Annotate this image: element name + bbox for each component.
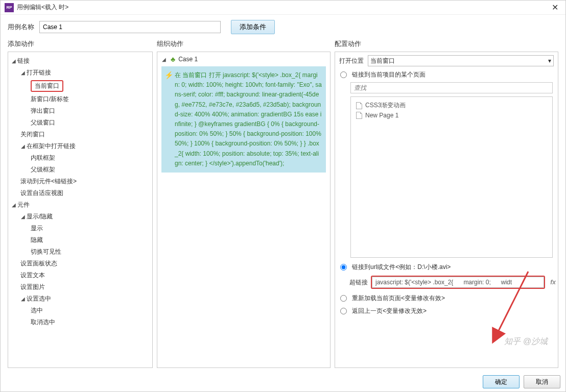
close-icon[interactable]: ✕: [549, 3, 561, 12]
add-action-column: 添加动作 ◢链接 ◢打开链接 当前窗口 新窗口/新标签 弹出窗口 父级窗口 关闭…: [8, 39, 153, 368]
url-label: 超链接: [349, 278, 368, 287]
radio-link-url-input[interactable]: [340, 264, 347, 271]
radio-link-to-url[interactable]: 链接到url或文件<例如：D:\小楼.avi>: [335, 261, 558, 274]
case-header[interactable]: ◢ ♣ Case 1: [157, 52, 330, 66]
pages-list: CSS3渐变动画 New Page 1: [350, 96, 553, 258]
radio-link-page-input[interactable]: [340, 71, 347, 78]
tree-set-selected[interactable]: ◢设置选中: [10, 293, 150, 305]
organize-action-title: 组织动作: [157, 39, 331, 48]
radio-back-page[interactable]: 返回上一页<变量修改无效>: [335, 305, 558, 317]
tree-toggle-vis[interactable]: 切换可见性: [10, 246, 150, 258]
tree-widgets[interactable]: ◢元件: [10, 199, 150, 211]
tree-selected[interactable]: 选中: [10, 305, 150, 316]
tree-inline-frame[interactable]: 内联框架: [10, 152, 150, 164]
highlight-box: 当前窗口: [31, 80, 63, 92]
tree-hide[interactable]: 隐藏: [10, 234, 150, 246]
columns: 添加动作 ◢链接 ◢打开链接 当前窗口 新窗口/新标签 弹出窗口 父级窗口 关闭…: [1, 39, 565, 372]
case-icon: ♣: [171, 55, 175, 63]
dialog-window: RP 用例编辑<载入 时> ✕ 用例名称 添加条件 添加动作 ◢链接 ◢打开链接…: [0, 0, 566, 392]
url-input-highlight: [371, 276, 545, 289]
open-location-select[interactable]: 当前窗口 ▾: [368, 55, 554, 66]
page-icon: [356, 112, 362, 119]
radio-reload-input[interactable]: [340, 295, 347, 302]
tree-show[interactable]: 显示: [10, 223, 150, 234]
config-panel: 打开位置 当前窗口 ▾ 链接到当前项目的某个页面 CSS3渐变动画: [335, 52, 558, 368]
action-description: 在 当前窗口 打开 javascript: $('<style> .box_2{…: [175, 71, 322, 167]
tree-adaptive-view[interactable]: 设置自适应视图: [10, 187, 150, 199]
fx-button[interactable]: fx: [549, 279, 557, 286]
hyperlink-input[interactable]: [372, 277, 544, 288]
case-name-input[interactable]: [39, 21, 221, 33]
add-condition-button[interactable]: 添加条件: [231, 20, 275, 34]
dialog-footer: 确定 取消: [1, 372, 565, 391]
tree-set-image[interactable]: 设置图片: [10, 281, 150, 293]
config-action-title: 配置动作: [335, 39, 558, 48]
tree-popup-window[interactable]: 弹出窗口: [10, 105, 150, 117]
tree-new-window[interactable]: 新窗口/新标签: [10, 93, 150, 105]
pages-sub-panel: CSS3渐变动画 New Page 1: [350, 82, 553, 258]
case-name-label: 用例名称: [8, 22, 34, 32]
tree-close-window[interactable]: 关闭窗口: [10, 129, 150, 140]
case-name-text: Case 1: [178, 56, 198, 63]
tree-links[interactable]: ◢链接: [10, 55, 150, 67]
action-tree: ◢链接 ◢打开链接 当前窗口 新窗口/新标签 弹出窗口 父级窗口 关闭窗口 ◢在…: [8, 52, 152, 331]
action-item[interactable]: ⚡ 在 当前窗口 打开 javascript: $('<style> .box_…: [161, 66, 326, 173]
window-title: 用例编辑<载入 时>: [17, 3, 68, 12]
organize-action-column: 组织动作 ◢ ♣ Case 1 ⚡ 在 当前窗口 打开 javascript: …: [157, 39, 331, 368]
app-icon: RP: [5, 3, 14, 12]
tree-set-text[interactable]: 设置文本: [10, 270, 150, 281]
radio-link-to-page[interactable]: 链接到当前项目的某个页面: [335, 68, 558, 81]
bolt-icon: ⚡: [164, 69, 173, 81]
open-location-row: 打开位置 当前窗口 ▾: [335, 52, 558, 68]
url-row: 超链接 fx: [349, 276, 557, 289]
tree-show-hide[interactable]: ◢显示/隐藏: [10, 211, 150, 223]
page-search-input[interactable]: [350, 82, 553, 93]
config-action-column: 配置动作 打开位置 当前窗口 ▾ 链接到当前项目的某个页面: [335, 39, 558, 368]
tree-current-window[interactable]: 当前窗口: [10, 79, 150, 93]
tree-parent-frame[interactable]: 父级框架: [10, 164, 150, 176]
page-item[interactable]: New Page 1: [354, 111, 549, 120]
tree-more[interactable]: 取消选中: [10, 316, 150, 328]
cancel-button[interactable]: 取消: [524, 375, 560, 388]
add-action-title: 添加动作: [8, 39, 153, 48]
tree-scroll-anchor[interactable]: 滚动到元件<锚链接>: [10, 176, 150, 187]
tree-parent-window[interactable]: 父级窗口: [10, 117, 150, 129]
tree-panel-state[interactable]: 设置面板状态: [10, 258, 150, 270]
open-location-label: 打开位置: [339, 57, 364, 65]
tree-open-link[interactable]: ◢打开链接: [10, 67, 150, 79]
action-tree-panel: ◢链接 ◢打开链接 当前窗口 新窗口/新标签 弹出窗口 父级窗口 关闭窗口 ◢在…: [8, 52, 153, 368]
titlebar: RP 用例编辑<载入 时> ✕: [1, 1, 565, 15]
tree-open-in-frame[interactable]: ◢在框架中打开链接: [10, 140, 150, 152]
case-name-row: 用例名称 添加条件: [1, 15, 565, 39]
page-item[interactable]: CSS3渐变动画: [354, 100, 549, 111]
radio-reload-page[interactable]: 重新加载当前页面<变量修改有效>: [335, 292, 558, 305]
organize-panel: ◢ ♣ Case 1 ⚡ 在 当前窗口 打开 javascript: $('<s…: [157, 52, 331, 368]
ok-button[interactable]: 确定: [483, 375, 520, 388]
page-icon: [356, 102, 362, 109]
chevron-down-icon: ▾: [548, 57, 551, 64]
radio-back-input[interactable]: [340, 308, 347, 314]
